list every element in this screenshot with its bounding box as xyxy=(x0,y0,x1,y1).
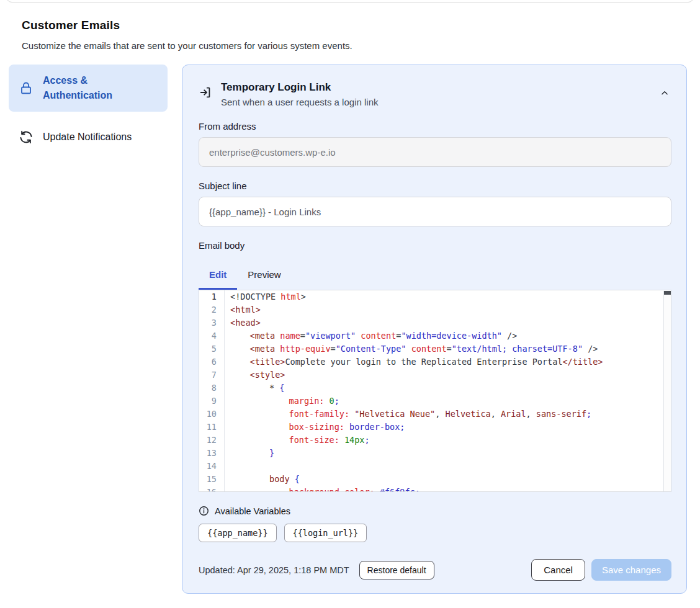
code-text: <html> xyxy=(224,303,671,316)
code-line: 12font-size: 14px; xyxy=(199,434,671,447)
line-number: 6 xyxy=(199,355,224,369)
page-subtitle: Customize the emails that are sent to yo… xyxy=(22,40,678,51)
editor-tabs: EditPreview xyxy=(199,263,671,290)
sidebar-item-label: Access & Authentication xyxy=(43,73,158,103)
page-title: Customer Emails xyxy=(22,19,678,32)
code-text: <title>Complete your login to the Replic… xyxy=(224,355,671,369)
tab-preview[interactable]: Preview xyxy=(237,263,291,290)
chevron-up-icon xyxy=(660,89,669,97)
code-text: <style> xyxy=(224,369,671,382)
code-text: <meta http-equiv="Content-Type" content=… xyxy=(224,342,671,355)
panel-subtitle: Sent when a user requests a login link xyxy=(221,97,649,107)
editor-scrollbar-thumb[interactable] xyxy=(664,291,671,295)
available-variables-label: Available Variables xyxy=(215,506,290,516)
code-text: body { xyxy=(224,473,671,486)
code-text: <head> xyxy=(224,316,671,329)
code-text: margin: 0; xyxy=(224,395,671,408)
code-line: 16background-color: #f6f9fc; xyxy=(199,486,671,492)
line-number: 5 xyxy=(199,342,224,355)
sidebar-item-access-authentication[interactable]: Access & Authentication xyxy=(9,65,168,112)
refresh-icon xyxy=(19,130,34,145)
restore-default-button[interactable]: Restore default xyxy=(359,561,434,579)
code-text: box-sizing: border-box; xyxy=(224,421,671,434)
code-line: 4<meta name="viewport" content="width=de… xyxy=(199,329,671,342)
code-editor[interactable]: 1<!DOCTYPE html>2<html>3<head>4<meta nam… xyxy=(199,290,671,492)
variable-chip-app_name[interactable]: {{app_name}} xyxy=(199,524,277,542)
code-text: } xyxy=(224,447,671,460)
line-number: 1 xyxy=(199,290,224,303)
line-number: 16 xyxy=(199,486,224,492)
line-number: 10 xyxy=(199,408,224,421)
code-line: 15body { xyxy=(199,473,671,486)
code-line: 3<head> xyxy=(199,316,671,329)
sidebar-item-label: Update Notifications xyxy=(43,130,132,145)
sidebar-item-update-notifications[interactable]: Update Notifications xyxy=(9,122,168,153)
from-address-input[interactable] xyxy=(199,137,671,167)
variable-chip-login_url[interactable]: {{login_url}} xyxy=(284,524,367,542)
lock-icon xyxy=(19,81,34,96)
sidebar: Access & AuthenticationUpdate Notificati… xyxy=(9,65,168,153)
line-number: 9 xyxy=(199,395,224,408)
email-body-label: Email body xyxy=(199,240,671,251)
line-number: 4 xyxy=(199,329,224,342)
panel-title: Temporary Login Link xyxy=(221,81,649,94)
code-line: 9margin: 0; xyxy=(199,395,671,408)
subject-line-input[interactable] xyxy=(199,197,671,226)
previous-card-bottom-edge xyxy=(6,0,694,2)
code-line: 10font-family: "Helvetica Neue", Helveti… xyxy=(199,408,671,421)
code-line: 5<meta http-equiv="Content-Type" content… xyxy=(199,342,671,355)
line-number: 13 xyxy=(199,447,224,460)
line-number: 8 xyxy=(199,382,224,395)
collapse-button[interactable] xyxy=(658,86,671,100)
panel-footer: Updated: Apr 29, 2025, 1:18 PM MDT Resto… xyxy=(199,559,671,581)
code-line: 11box-sizing: border-box; xyxy=(199,421,671,434)
info-icon xyxy=(199,506,209,516)
code-line: 2<html> xyxy=(199,303,671,316)
code-line: 6<title>Complete your login to the Repli… xyxy=(199,355,671,369)
tab-edit[interactable]: Edit xyxy=(199,263,237,290)
code-line: 8* { xyxy=(199,382,671,395)
line-number: 7 xyxy=(199,369,224,382)
code-text: font-size: 14px; xyxy=(224,434,671,447)
code-text: background-color: #f6f9fc; xyxy=(224,486,671,492)
updated-timestamp: Updated: Apr 29, 2025, 1:18 PM MDT xyxy=(199,565,349,575)
code-text: font-family: "Helvetica Neue", Helvetica… xyxy=(224,408,671,421)
code-lines: 1<!DOCTYPE html>2<html>3<head>4<meta nam… xyxy=(199,290,671,492)
code-text: <!DOCTYPE html> xyxy=(224,290,671,303)
code-text: <meta name="viewport" content="width=dev… xyxy=(224,329,671,342)
line-number: 15 xyxy=(199,473,224,486)
code-line: 7<style> xyxy=(199,369,671,382)
variable-chips: {{app_name}}{{login_url}} xyxy=(199,524,671,542)
line-number: 14 xyxy=(199,460,224,473)
page-header: Customer Emails Customize the emails tha… xyxy=(0,0,700,51)
save-changes-button[interactable]: Save changes xyxy=(591,559,671,581)
line-number: 3 xyxy=(199,316,224,329)
code-line: 1<!DOCTYPE html> xyxy=(199,290,671,303)
line-number: 2 xyxy=(199,303,224,316)
subject-line-label: Subject line xyxy=(199,181,671,191)
code-text: * { xyxy=(224,382,671,395)
code-line: 13} xyxy=(199,447,671,460)
code-line: 14 xyxy=(199,460,671,473)
cancel-button[interactable]: Cancel xyxy=(531,559,585,581)
email-settings-panel: Temporary Login Link Sent when a user re… xyxy=(182,65,687,594)
line-number: 11 xyxy=(199,421,224,434)
code-text xyxy=(224,460,671,473)
panel-header: Temporary Login Link Sent when a user re… xyxy=(199,81,671,107)
editor-scrollbar-track[interactable] xyxy=(663,291,671,491)
login-icon xyxy=(199,86,212,99)
from-address-label: From address xyxy=(199,121,671,132)
line-number: 12 xyxy=(199,434,224,447)
